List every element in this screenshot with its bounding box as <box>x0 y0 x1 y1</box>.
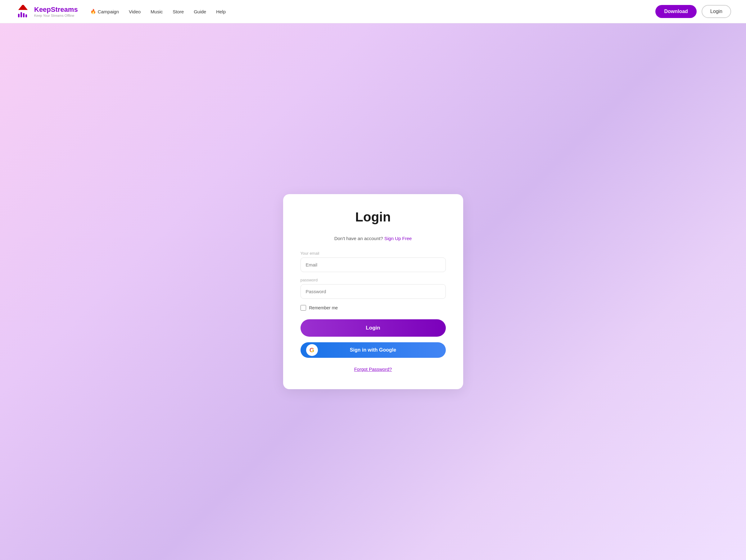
main-content: Login Don't have an account? Sign Up Fre… <box>0 23 746 560</box>
main-nav: 🔥 Campaign Video Music Store Guide Help <box>90 9 656 14</box>
svg-rect-1 <box>18 10 29 12</box>
login-button[interactable]: Login <box>300 319 446 337</box>
google-icon: G <box>306 344 318 356</box>
download-button[interactable]: Download <box>655 5 696 18</box>
header-actions: Download Login <box>655 5 731 18</box>
logo[interactable]: KeepStreams Keep Your Streams Offline <box>15 3 78 20</box>
nav-item-guide[interactable]: Guide <box>194 9 206 14</box>
svg-rect-4 <box>21 12 22 18</box>
nav-item-campaign[interactable]: 🔥 Campaign <box>90 9 119 14</box>
logo-title: KeepStreams <box>34 6 78 14</box>
logo-subtitle: Keep Your Streams Offline <box>34 14 78 18</box>
nav-item-video[interactable]: Video <box>129 9 141 14</box>
password-input[interactable] <box>300 284 446 299</box>
remember-checkbox[interactable] <box>300 305 306 311</box>
svg-rect-5 <box>23 13 25 18</box>
svg-point-2 <box>22 3 24 5</box>
password-field-group: password <box>300 278 446 299</box>
header-login-button[interactable]: Login <box>701 5 731 18</box>
remember-label[interactable]: Remember me <box>309 305 338 310</box>
fire-icon: 🔥 <box>90 9 96 14</box>
remember-row: Remember me <box>300 305 446 311</box>
google-signin-button[interactable]: G Sign in with Google <box>300 342 446 358</box>
forgot-password-link[interactable]: Forgot Password? <box>300 366 446 372</box>
login-card: Login Don't have an account? Sign Up Fre… <box>283 194 463 389</box>
header: KeepStreams Keep Your Streams Offline 🔥 … <box>0 0 746 23</box>
nav-item-help[interactable]: Help <box>216 9 226 14</box>
email-label: Your email <box>300 251 446 256</box>
logo-icon <box>15 3 31 20</box>
password-label: password <box>300 278 446 282</box>
logo-text: KeepStreams Keep Your Streams Offline <box>34 6 78 18</box>
email-input[interactable] <box>300 257 446 272</box>
card-title: Login <box>300 209 446 225</box>
nav-item-store[interactable]: Store <box>173 9 184 14</box>
nav-item-music[interactable]: Music <box>150 9 163 14</box>
svg-rect-6 <box>25 14 27 18</box>
email-field-group: Your email <box>300 251 446 272</box>
svg-rect-3 <box>18 14 20 18</box>
signup-prompt: Don't have an account? Sign Up Free <box>300 236 446 241</box>
signup-link[interactable]: Sign Up Free <box>384 236 412 241</box>
